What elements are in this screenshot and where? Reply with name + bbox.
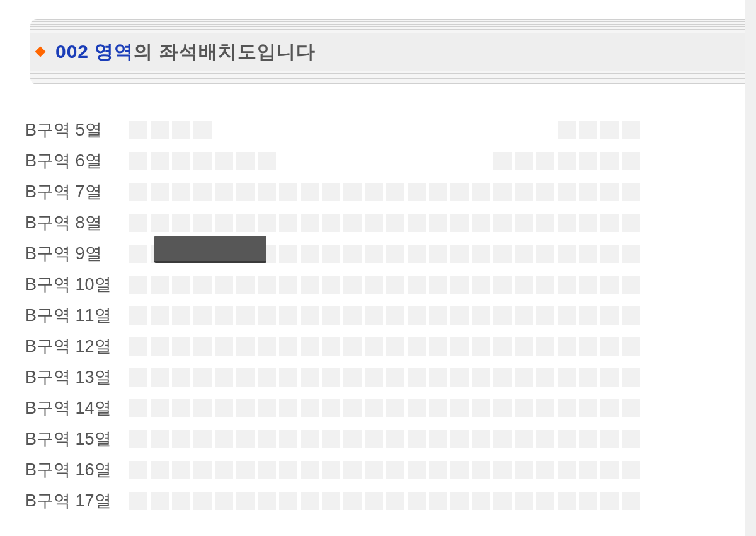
seat[interactable] (129, 461, 147, 479)
seat[interactable] (322, 245, 340, 263)
seat[interactable] (215, 368, 233, 387)
seat[interactable] (301, 337, 319, 356)
seat[interactable] (579, 276, 597, 294)
seat[interactable] (322, 492, 340, 510)
seat[interactable] (472, 183, 490, 201)
seat[interactable] (365, 276, 383, 294)
seat[interactable] (301, 183, 319, 201)
seat[interactable] (515, 276, 533, 294)
seat[interactable] (343, 306, 362, 325)
seat[interactable] (536, 245, 554, 263)
seat[interactable] (129, 368, 147, 387)
seat[interactable] (193, 152, 212, 170)
seat[interactable] (193, 399, 212, 417)
seat[interactable] (408, 245, 426, 263)
seat[interactable] (386, 214, 404, 232)
seat[interactable] (193, 461, 212, 479)
seat[interactable] (129, 337, 147, 356)
seat[interactable] (322, 183, 340, 201)
seat[interactable] (215, 430, 233, 448)
seat[interactable] (536, 306, 554, 325)
seat[interactable] (408, 368, 426, 387)
seat[interactable] (515, 430, 533, 448)
seat[interactable] (172, 337, 190, 356)
seat[interactable] (172, 214, 190, 232)
seat[interactable] (279, 337, 297, 356)
seat[interactable] (386, 306, 404, 325)
seat[interactable] (408, 492, 426, 510)
seat[interactable] (450, 337, 469, 356)
seat[interactable] (193, 368, 212, 387)
seat[interactable] (536, 399, 554, 417)
seat[interactable] (493, 276, 512, 294)
seat[interactable] (622, 492, 640, 510)
seat[interactable] (322, 368, 340, 387)
seat[interactable] (515, 306, 533, 325)
seat[interactable] (536, 183, 554, 201)
seat[interactable] (429, 276, 447, 294)
seat[interactable] (129, 399, 147, 417)
seat[interactable] (558, 183, 576, 201)
seat[interactable] (151, 121, 169, 139)
seat[interactable] (301, 430, 319, 448)
seat[interactable] (236, 368, 255, 387)
seat[interactable] (558, 399, 576, 417)
seat[interactable] (600, 368, 619, 387)
seat[interactable] (322, 306, 340, 325)
seat[interactable] (450, 461, 469, 479)
seat[interactable] (622, 337, 640, 356)
seat[interactable] (301, 492, 319, 510)
seat[interactable] (450, 183, 469, 201)
seat[interactable] (301, 276, 319, 294)
seat[interactable] (322, 430, 340, 448)
seat[interactable] (151, 337, 169, 356)
seat[interactable] (322, 276, 340, 294)
seat[interactable] (322, 214, 340, 232)
seat[interactable] (343, 430, 362, 448)
seat[interactable] (515, 492, 533, 510)
seat[interactable] (579, 368, 597, 387)
seat[interactable] (579, 245, 597, 263)
seat[interactable] (600, 337, 619, 356)
seat[interactable] (600, 430, 619, 448)
seat[interactable] (450, 245, 469, 263)
seat[interactable] (215, 276, 233, 294)
seat[interactable] (450, 306, 469, 325)
seat[interactable] (279, 276, 297, 294)
seat[interactable] (579, 214, 597, 232)
seat[interactable] (622, 399, 640, 417)
seat[interactable] (258, 276, 276, 294)
seat[interactable] (579, 337, 597, 356)
seat[interactable] (472, 399, 490, 417)
seat[interactable] (493, 183, 512, 201)
seat[interactable] (236, 399, 255, 417)
seat[interactable] (193, 337, 212, 356)
seat[interactable] (558, 276, 576, 294)
seat[interactable] (129, 306, 147, 325)
seat[interactable] (129, 276, 147, 294)
seat[interactable] (258, 461, 276, 479)
seat[interactable] (558, 492, 576, 510)
seat[interactable] (472, 430, 490, 448)
seat[interactable] (193, 183, 212, 201)
seat[interactable] (493, 399, 512, 417)
seat[interactable] (151, 430, 169, 448)
seat[interactable] (172, 276, 190, 294)
seat[interactable] (493, 152, 512, 170)
seat[interactable] (558, 368, 576, 387)
seat[interactable] (236, 461, 255, 479)
seat[interactable] (558, 214, 576, 232)
seat[interactable] (536, 461, 554, 479)
seat[interactable] (515, 399, 533, 417)
seat[interactable] (258, 306, 276, 325)
seat[interactable] (558, 337, 576, 356)
seat[interactable] (129, 121, 147, 139)
seat[interactable] (515, 368, 533, 387)
seat[interactable] (579, 461, 597, 479)
seat[interactable] (193, 276, 212, 294)
seat[interactable] (258, 337, 276, 356)
seat[interactable] (151, 152, 169, 170)
seat[interactable] (129, 152, 147, 170)
seat[interactable] (193, 430, 212, 448)
seat[interactable] (600, 399, 619, 417)
